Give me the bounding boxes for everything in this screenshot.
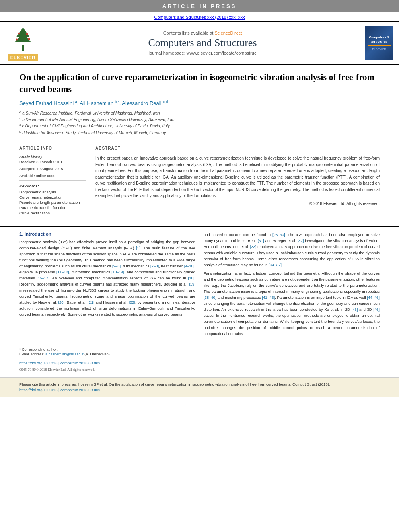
svg-rect-1 xyxy=(22,45,24,51)
copyright-line: 0045-7949/© 2018 Elsevier Ltd. All right… xyxy=(0,368,399,372)
elsevier-label: ELSEVIER xyxy=(8,54,38,61)
elsevier-tree-icon xyxy=(9,25,37,53)
author-hashemian: Ali Hashemian xyxy=(80,101,113,107)
info-abstract-section: ARTICLE INFO Article history: Received 3… xyxy=(19,142,380,216)
author-reali: Alessandro Reali xyxy=(122,101,161,107)
keywords-label: Keywords: xyxy=(19,184,86,188)
intro-text-left: Isogeometric analysis (IGA) has effectiv… xyxy=(19,239,195,317)
svg-point-7 xyxy=(28,38,30,40)
elsevier-logo: ELSEVIER xyxy=(5,25,41,61)
banner-text: ARTICLE IN PRESS xyxy=(162,3,237,9)
journal-link-text: Computers and Structures xxx (2018) xxx–… xyxy=(154,15,245,20)
email-footnote: E-mail address: a.hashemian@hsu.ac.ir (A… xyxy=(19,352,380,356)
keywords-section: Keywords: Isogeometric analysis Curve re… xyxy=(19,184,86,215)
doi-line: https://doi.org/10.1016/j.compstruc.2018… xyxy=(0,357,399,368)
svg-point-4 xyxy=(18,33,20,35)
thumb-subtitle: ELSEVIER xyxy=(372,48,386,51)
authors-line: Seyed Farhad Hosseini a, Ali Hashemian b… xyxy=(19,100,380,106)
affiliations: a a Sun-Air Research Institute, Ferdowsi… xyxy=(19,110,380,136)
journal-link[interactable]: Computers and Structures xxx (2018) xxx–… xyxy=(154,15,245,20)
thumb-title: Computers & Structures xyxy=(368,35,391,44)
header-middle: Contents lists available at ScienceDirec… xyxy=(45,29,360,57)
body-col-right: and curved structures can be found in [2… xyxy=(204,232,380,339)
affiliation-b: b b Department of Mechanical Engineering… xyxy=(19,116,380,123)
page: ARTICLE IN PRESS Computers and Structure… xyxy=(0,0,399,532)
article-info: ARTICLE INFO Article history: Received 3… xyxy=(19,146,86,216)
body-col-left: 1. Introduction Isogeometric analysis (I… xyxy=(19,232,195,339)
intro-text-right-1: and curved structures can be found in [2… xyxy=(204,232,380,268)
article-info-title: ARTICLE INFO xyxy=(19,146,86,152)
section-divider xyxy=(0,226,399,227)
journal-thumbnail: Computers & Structures ELSEVIER xyxy=(364,26,394,60)
article-title: On the application of curve reparameteri… xyxy=(19,71,380,95)
intro-heading: 1. Introduction xyxy=(19,232,195,236)
journal-title: Computers and Structures xyxy=(53,37,352,49)
svg-point-5 xyxy=(26,33,28,35)
sciencedirect-link[interactable]: ScienceDirect xyxy=(214,31,242,35)
body-section: 1. Introduction Isogeometric analysis (I… xyxy=(0,232,399,339)
svg-point-6 xyxy=(16,39,18,41)
affiliation-a: a a Sun-Air Research Institute, Ferdowsi… xyxy=(19,110,380,116)
author-hosseini: Seyed Farhad Hosseini xyxy=(19,101,74,107)
citation-link[interactable]: https://doi.org/10.1016/j.compstruc.2018… xyxy=(19,388,100,392)
corresponding-footnote: * Corresponding author. xyxy=(19,347,380,351)
abstract-title: ABSTRACT xyxy=(95,146,380,152)
affiliation-c: c c Department of Civil Engineering and … xyxy=(19,123,380,129)
header-area: ELSEVIER Contents lists available at Sci… xyxy=(0,21,399,65)
keyword-1: Isogeometric analysis xyxy=(19,190,86,194)
keyword-2: Curve reparameterization xyxy=(19,195,86,199)
contents-available: Contents lists available at ScienceDirec… xyxy=(53,31,352,35)
online-date: Available online xxxx xyxy=(19,173,86,178)
email-link[interactable]: a.hashemian@hsu.ac.ir xyxy=(45,352,84,356)
article-in-press-banner: ARTICLE IN PRESS xyxy=(0,0,399,12)
abstract-col: ABSTRACT In the present paper, an innova… xyxy=(95,146,380,216)
affiliation-d: d d Institute for Advanced Study, Techni… xyxy=(19,129,380,136)
keyword-4: Parametric transfer function xyxy=(19,205,86,210)
article-content: On the application of curve reparameteri… xyxy=(0,65,399,226)
received-date: Received 30 March 2018 xyxy=(19,160,86,164)
journal-homepage: journal homepage: www.elsevier.com/locat… xyxy=(53,51,352,55)
thumb-box: Computers & Structures ELSEVIER xyxy=(365,26,393,60)
intro-text-right-2: Parameterization is, in fact, a hidden c… xyxy=(204,270,380,337)
abstract-text: In the present paper, an innovative appr… xyxy=(95,155,380,199)
footnote-area: * Corresponding author. E-mail address: … xyxy=(0,345,399,356)
abstract-copyright: © 2018 Elsevier Ltd. All rights reserved… xyxy=(95,201,380,206)
keyword-5: Curve rectification xyxy=(19,211,86,215)
citation-box: Please cite this article in press as: Ho… xyxy=(0,377,399,397)
doi-link[interactable]: https://doi.org/10.1016/j.compstruc.2018… xyxy=(19,361,100,365)
accepted-date: Accepted 19 August 2018 xyxy=(19,166,86,171)
history-label: Article history: xyxy=(19,154,86,159)
citation-text: Please cite this article in press as: Ho… xyxy=(19,382,380,393)
keyword-3: Pseudo arc-length parameterization xyxy=(19,200,86,205)
thumb-line xyxy=(368,45,391,46)
journal-link-line: Computers and Structures xxx (2018) xxx–… xyxy=(0,12,399,21)
